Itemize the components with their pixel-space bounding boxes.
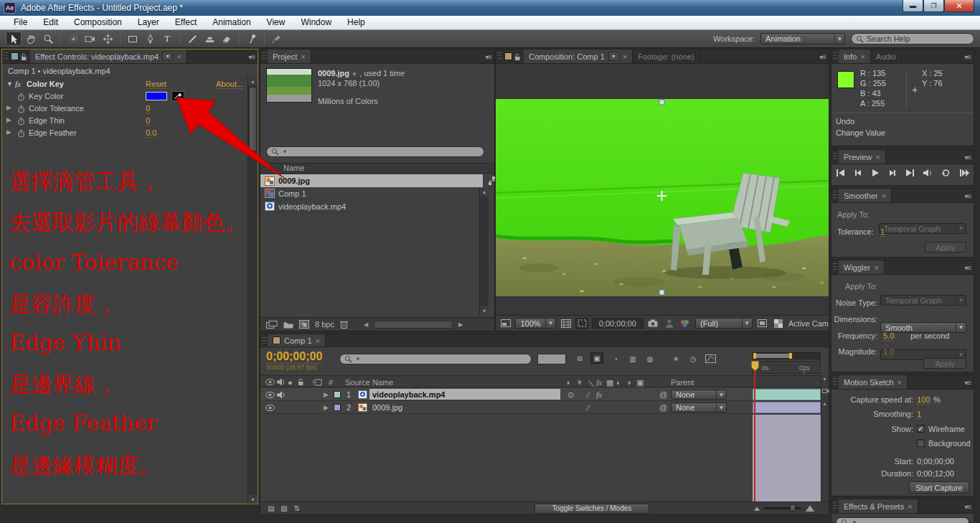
resolution-dropdown[interactable]: (Full)▼ <box>695 318 753 329</box>
previous-frame-button[interactable] <box>854 169 862 177</box>
first-frame-button[interactable] <box>836 169 845 177</box>
stopwatch-icon[interactable] <box>17 93 25 101</box>
triangle-expander-icon[interactable]: ▶ <box>6 116 11 123</box>
tab-composition[interactable]: Composition: Comp 1 ▼ × <box>524 50 633 63</box>
pickwhip-icon[interactable]: @ <box>659 403 667 412</box>
close-tab-icon[interactable]: × <box>176 52 181 61</box>
expand-layer-switches-icon[interactable]: ▤ <box>265 503 278 514</box>
panel-gripper[interactable] <box>833 263 837 272</box>
play-button[interactable] <box>871 169 880 177</box>
panel-menu-icon[interactable]: ▾≡ <box>964 189 971 203</box>
quality-switch[interactable]: ∕ <box>588 390 589 399</box>
menu-animation[interactable]: Animation <box>204 16 258 29</box>
search-options-icon[interactable]: ▼ <box>282 149 288 155</box>
property-value[interactable]: 0 <box>146 104 150 113</box>
panel-gripper[interactable] <box>262 52 266 61</box>
comp-timecode[interactable]: 0;00;00;00 <box>592 318 644 329</box>
pan-behind-tool-icon[interactable] <box>100 32 116 46</box>
always-preview-icon[interactable] <box>499 318 512 329</box>
tab-dropdown-icon[interactable]: ▼ <box>162 52 173 61</box>
effect-controls-scrollbar[interactable]: ▲ ▼ <box>248 77 258 504</box>
safe-guides-icon[interactable] <box>560 318 572 329</box>
menu-edit[interactable]: Edit <box>35 16 66 29</box>
hand-tool-icon[interactable] <box>23 32 39 46</box>
wireframe-label[interactable]: Wireframe <box>928 425 965 433</box>
ram-preview-button[interactable] <box>959 169 971 177</box>
snapshot-icon[interactable] <box>647 318 659 329</box>
camera-icon[interactable] <box>822 388 829 394</box>
timeline-track-area[interactable] <box>753 415 821 501</box>
panel-gripper[interactable] <box>833 152 837 161</box>
triangle-expander-icon[interactable]: ▼ <box>6 80 13 88</box>
puppet-pin-tool-icon[interactable] <box>244 32 260 46</box>
draft-3d-icon[interactable]: ▣ <box>590 352 603 364</box>
mask-shape-tool-icon[interactable] <box>125 32 141 46</box>
reset-link[interactable]: Reset <box>146 80 166 89</box>
zoom-out-mountain-icon[interactable] <box>754 506 760 511</box>
search-options-icon[interactable]: ▼ <box>355 356 361 362</box>
auto-keyframe-icon[interactable]: ◷ <box>687 353 699 364</box>
panel-gripper[interactable] <box>262 336 266 344</box>
collapse-switch[interactable]: ⊙ <box>567 390 574 400</box>
scroll-left-icon[interactable]: ◀ <box>364 321 368 328</box>
comp-viewer-frame[interactable] <box>496 99 829 296</box>
menu-help[interactable]: Help <box>339 16 373 29</box>
layer-name[interactable]: 0009.jpg <box>372 403 402 412</box>
panel-menu-icon[interactable]: ▾≡ <box>485 50 491 64</box>
magnification-dropdown[interactable]: 100%▼ <box>515 318 555 329</box>
tab-smoother[interactable]: Smoother× <box>839 189 892 202</box>
panel-menu-icon[interactable]: ▾≡ <box>819 50 826 64</box>
lock-icon[interactable] <box>20 53 27 62</box>
show-snapshot-icon[interactable] <box>663 318 675 329</box>
solo-icon[interactable]: ● <box>288 378 293 387</box>
pixel-aspect-icon[interactable] <box>756 318 768 329</box>
project-row-videoplayback[interactable]: videoplayback.mp4 <box>260 200 483 213</box>
trash-icon[interactable] <box>340 320 348 329</box>
playhead-line[interactable] <box>754 371 755 501</box>
eyedropper-button[interactable] <box>171 91 184 101</box>
panel-menu-icon[interactable]: ▾≡ <box>964 499 971 514</box>
effects-presets-search-input[interactable]: ▼ <box>836 517 969 523</box>
triangle-expander-icon[interactable]: ▶ <box>6 104 11 111</box>
restore-button[interactable]: ❐ <box>923 0 944 12</box>
layer-bar-image[interactable] <box>753 402 821 413</box>
layer-expander-icon[interactable]: ▶ <box>324 391 329 398</box>
comp-viewer-area[interactable] <box>496 64 829 316</box>
eye-icon[interactable] <box>265 392 275 398</box>
close-tab-icon[interactable]: × <box>301 52 305 61</box>
menu-file[interactable]: File <box>6 16 35 29</box>
panel-gripper[interactable] <box>497 52 501 61</box>
next-frame-button[interactable] <box>888 169 897 177</box>
capture-speed-value[interactable]: 100 <box>917 395 930 405</box>
frame-blend-icon[interactable]: ▥ <box>626 353 639 364</box>
scroll-up-icon[interactable]: ▲ <box>480 187 489 196</box>
type-tool-icon[interactable]: T <box>159 32 175 46</box>
tab-dropdown-icon[interactable]: ▼ <box>608 52 619 61</box>
camera-tool-icon[interactable] <box>83 32 98 46</box>
loop-button[interactable] <box>941 169 951 177</box>
close-tab-icon[interactable]: × <box>623 52 627 61</box>
audio-button[interactable] <box>923 169 933 177</box>
menu-window[interactable]: Window <box>293 16 339 29</box>
work-area-segment[interactable] <box>755 354 791 358</box>
close-tab-icon[interactable]: × <box>316 336 320 345</box>
work-area-start-handle[interactable] <box>753 353 756 359</box>
comp-flowchart-icon[interactable]: ⧉ <box>573 353 586 364</box>
panel-gripper[interactable] <box>833 377 837 387</box>
project-search-input[interactable]: ▼ <box>266 146 484 157</box>
brainstorm-icon[interactable]: ☀ <box>669 353 682 364</box>
close-button[interactable]: ✕ <box>944 0 974 12</box>
property-value[interactable]: 0.0 <box>146 128 156 138</box>
clone-stamp-tool-icon[interactable] <box>202 32 217 46</box>
scroll-right-icon[interactable]: ▶ <box>458 321 463 328</box>
parent-column-header[interactable]: Parent <box>671 378 694 387</box>
transparency-grid-icon[interactable] <box>772 318 784 329</box>
expand-transfer-controls-icon[interactable]: ▧ <box>278 503 291 514</box>
layer-color-chip[interactable] <box>334 404 341 411</box>
layer-row-1[interactable]: ▶ 1 videoplayback.mp4 ⊙ ∕ fx @ None▼ <box>260 388 829 401</box>
pen-tool-icon[interactable] <box>142 32 158 46</box>
tab-project[interactable]: Project× <box>268 50 311 63</box>
shy-layers-icon[interactable]: ◔ <box>609 353 622 364</box>
minimize-button[interactable]: ▬ <box>903 0 923 12</box>
comp-marker-icon[interactable]: ▼ <box>822 377 827 382</box>
